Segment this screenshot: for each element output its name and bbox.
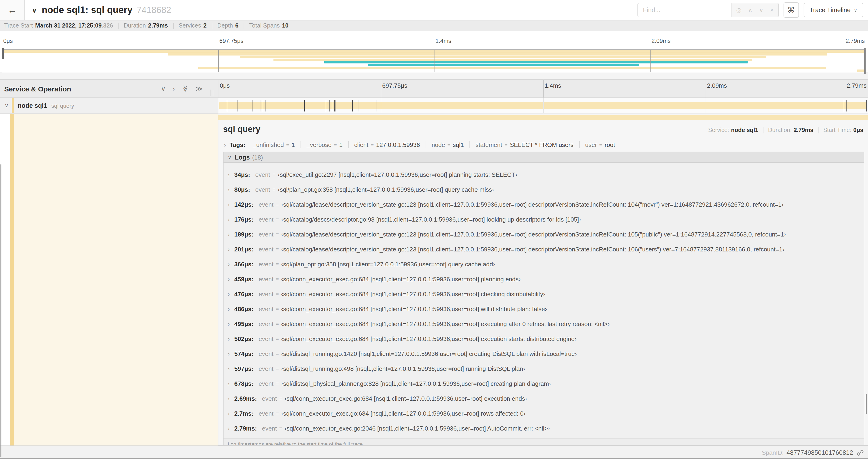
log-row[interactable]: ›502μs:event=‹sql/conn_executor_exec.go:… <box>223 331 864 346</box>
logs-header[interactable]: ∨ Logs (18) <box>223 152 864 163</box>
ruler-tick-label: 697.75μs <box>219 38 243 44</box>
span-row-timeline[interactable] <box>218 98 868 114</box>
log-row[interactable]: ›574μs:event=‹sql/distsql_running.go:142… <box>223 346 864 361</box>
timeline-minimap[interactable] <box>2 50 866 72</box>
log-row[interactable]: ›80μs:event=‹sql/plan_opt.go:358 [nsql1,… <box>223 182 864 197</box>
minimap-left-scrubber[interactable] <box>2 48 4 59</box>
detail-left-fill <box>14 114 218 446</box>
log-row[interactable]: ›597μs:event=‹sql/distsql_running.go:498… <box>223 361 864 376</box>
log-row[interactable]: ›495μs:event=‹sql/conn_executor_exec.go:… <box>223 316 864 331</box>
log-field-key: event <box>258 245 274 253</box>
view-selector-button[interactable]: Trace Timeline ∨ <box>803 3 863 17</box>
keyboard-shortcuts-button[interactable]: ⌘ <box>783 2 799 18</box>
trace-info-value: 10 <box>282 23 289 29</box>
log-row[interactable]: ›678μs:event=‹sql/distsql_physical_plann… <box>223 376 864 391</box>
chevron-right-icon: › <box>228 290 234 297</box>
ruler-gridline <box>706 80 706 97</box>
ruler-gridline <box>381 80 381 97</box>
detail-meta-item: Service:node sql1 <box>704 127 764 133</box>
left-scrollbar-thumb[interactable] <box>0 164 1 457</box>
tag-key: client <box>354 141 368 148</box>
tag-equals: = <box>334 142 337 148</box>
span-expander-icon[interactable]: ∨ <box>5 103 8 109</box>
log-row[interactable]: ›366μs:event=‹sql/plan_opt.go:358 [nsql1… <box>223 257 864 271</box>
back-button[interactable]: ← <box>0 0 25 20</box>
span-row-label[interactable]: ∨ node sql1 sql query <box>0 98 218 114</box>
logs-count: (18) <box>252 154 263 161</box>
chevron-right-icon: › <box>228 231 234 238</box>
trace-info-label: Services <box>179 23 201 29</box>
log-row[interactable]: ›176μs:event=‹sql/catalog/descs/descript… <box>223 212 864 227</box>
minimap-right-scrubber[interactable] <box>864 48 866 74</box>
log-row[interactable]: ›189μs:event=‹sql/catalog/lease/descript… <box>223 227 864 242</box>
collapse-all-icon[interactable]: ≫ <box>182 85 189 92</box>
timeline-ruler: 0μs697.75μs1.4ms2.09ms2.79ms <box>218 79 868 98</box>
column-resizer-grip[interactable] <box>210 90 213 96</box>
chevron-right-icon: › <box>228 275 234 283</box>
log-row[interactable]: ›2.7ms:event=‹sql/conn_executor_exec.go:… <box>223 406 864 421</box>
find-group: ◎ ∧ ∨ × <box>637 3 779 17</box>
tags-row[interactable]: › Tags: _unfinished=1_verbose=1client=12… <box>223 138 864 152</box>
trace-info-item: Total Spans10 <box>244 23 293 29</box>
log-field-key: event <box>255 186 270 193</box>
log-row[interactable]: ›142μs:event=‹sql/catalog/lease/descript… <box>223 197 864 212</box>
log-timestamp: 176μs: <box>234 216 253 223</box>
expand-all-icon[interactable]: ≫ <box>196 85 203 92</box>
timeline-gridline <box>706 98 706 113</box>
span-service-name: node sql1 <box>18 102 47 109</box>
span-detail-row: sql query Service:node sql1Duration:2.79… <box>0 114 868 446</box>
trace-id: 7418682 <box>137 5 171 15</box>
log-equals: = <box>276 306 279 312</box>
spanid-label: SpanID: <box>762 449 784 456</box>
find-locate-icon[interactable]: ◎ <box>736 7 742 13</box>
trace-info-item: Duration2.79ms <box>119 23 174 29</box>
log-row[interactable]: ›476μs:event=‹sql/conn_executor_exec.go:… <box>223 286 864 301</box>
span-color-accent <box>10 114 14 446</box>
find-prev-icon[interactable]: ∧ <box>748 7 752 13</box>
log-field-key: event <box>262 395 277 402</box>
chevron-right-icon: › <box>228 425 234 432</box>
log-timestamp: 80μs: <box>234 186 250 193</box>
log-row[interactable]: ›201μs:event=‹sql/catalog/lease/descript… <box>223 242 864 257</box>
log-equals: = <box>276 261 279 267</box>
right-scrollbar-thumb[interactable] <box>866 394 867 414</box>
collapse-trace-icon[interactable]: ∨ <box>32 6 37 14</box>
chevron-right-icon: › <box>228 365 234 372</box>
logs-title: Logs <box>235 154 250 161</box>
tag-item: statement=SELECT * FROM users <box>470 141 580 148</box>
trace-info-item: Depth6 <box>212 23 244 29</box>
expand-one-icon[interactable]: › <box>173 85 175 92</box>
log-row[interactable]: ›2.79ms:event=‹sql/conn_executor_exec.go… <box>223 421 864 436</box>
tags-label: Tags: <box>229 141 245 148</box>
log-row[interactable]: ›459μs:event=‹sql/conn_executor_exec.go:… <box>223 271 864 286</box>
log-row[interactable]: ›2.69ms:event=‹sql/conn_executor_exec.go… <box>223 391 864 406</box>
find-clear-icon[interactable]: × <box>770 7 774 13</box>
collapse-one-icon[interactable]: ∨ <box>161 85 166 92</box>
chevron-right-icon: › <box>228 320 234 327</box>
tag-item: _unfinished=1 <box>247 141 301 148</box>
find-next-icon[interactable]: ∨ <box>759 7 764 13</box>
tag-item: client=127.0.0.1:59936 <box>349 141 426 148</box>
detail-left-column <box>0 114 218 446</box>
log-timestamp: 678μs: <box>234 380 253 387</box>
ruler-tick-label: 2.79ms <box>846 38 865 44</box>
trace-title: node sql1: sql query <box>42 5 132 15</box>
deep-link-icon[interactable] <box>857 449 864 456</box>
log-row[interactable]: ›486μs:event=‹sql/conn_executor_exec.go:… <box>223 301 864 316</box>
minimap-span-bar <box>324 61 747 64</box>
trace-title-wrap: ∨ node sql1: sql query 7418682 <box>25 5 171 15</box>
trace-info-item: Trace StartMarch 31 2022, 17:25:09.326 <box>4 23 119 29</box>
trace-info-suffix: .326 <box>102 23 113 29</box>
log-timestamp: 459μs: <box>234 275 253 283</box>
find-input[interactable] <box>638 3 731 17</box>
grid-header: Service & Operation ∨ › ≫ ≫ 0μs697.75μs1… <box>0 79 868 98</box>
log-marker-tick <box>846 100 846 111</box>
log-equals: = <box>276 201 279 207</box>
log-field-key: event <box>258 231 274 238</box>
chevron-right-icon: › <box>228 186 234 193</box>
log-row[interactable]: ›34μs:event=‹sql/exec_util.go:2297 [nsql… <box>223 167 864 182</box>
log-timestamp: 574μs: <box>234 350 253 357</box>
log-field-value: ‹sql/catalog/lease/descriptor_version_st… <box>281 201 783 208</box>
log-field-key: event <box>258 290 274 297</box>
log-timestamp: 2.69ms: <box>234 395 257 402</box>
